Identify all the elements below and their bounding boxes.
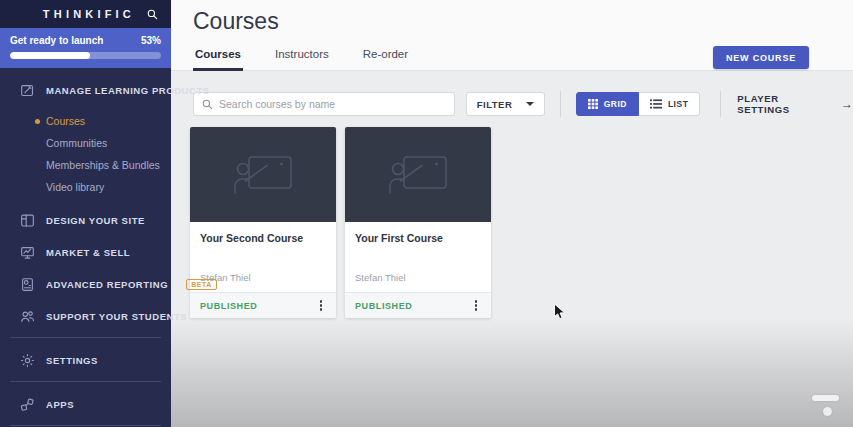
grid-view-button[interactable]: GRID xyxy=(576,92,639,116)
course-thumbnail xyxy=(190,127,336,222)
course-card-footer: PUBLISHED xyxy=(345,292,491,318)
list-icon xyxy=(650,99,662,109)
sidebar-item-memberships-bundles[interactable]: Memberships & Bundles xyxy=(46,154,171,176)
toolbar-divider xyxy=(560,91,561,117)
sidebar-divider xyxy=(10,425,161,426)
filter-button[interactable]: FILTER xyxy=(466,92,545,116)
sidebar-item-label: Communities xyxy=(46,137,107,149)
sidebar-item-label: MARKET & SELL xyxy=(46,247,130,258)
sidebar-item-label: SUPPORT YOUR STUDENTS xyxy=(46,311,187,322)
list-label: LIST xyxy=(668,99,688,109)
toolbar-divider xyxy=(720,91,721,117)
player-settings-label: PLAYER SETTINGS xyxy=(737,93,834,115)
thinkific-admin-app: THINKIFIC Get ready to launch 53% MANAGE… xyxy=(0,0,853,427)
sidebar: THINKIFIC Get ready to launch 53% MANAGE… xyxy=(0,0,171,427)
kebab-menu-icon[interactable] xyxy=(316,297,327,314)
edit-square-icon xyxy=(19,82,35,98)
main-content: Courses Courses Instructors Re-order NEW… xyxy=(171,0,853,427)
page-header: Courses Courses Instructors Re-order NEW… xyxy=(171,0,853,71)
sidebar-item-design-your-site[interactable]: DESIGN YOUR SITE xyxy=(0,204,171,236)
sidebar-item-label: SETTINGS xyxy=(46,355,98,366)
sidebar-divider xyxy=(10,381,161,382)
course-grid: Your Second Course Stefan Thiel PUBLISHE… xyxy=(190,127,491,318)
filter-label: FILTER xyxy=(477,99,513,110)
layout-icon xyxy=(19,212,35,228)
sidebar-item-video-library[interactable]: Video library xyxy=(46,176,171,198)
search-input[interactable] xyxy=(219,93,454,115)
status-badge: PUBLISHED xyxy=(355,301,412,311)
instructor-board-icon xyxy=(387,152,449,198)
sidebar-item-settings[interactable]: SETTINGS xyxy=(0,344,171,376)
instructor-board-icon xyxy=(232,152,294,198)
sidebar-item-market-and-sell[interactable]: MARKET & SELL xyxy=(0,236,171,268)
sidebar-item-label: DESIGN YOUR SITE xyxy=(46,215,145,226)
status-badge: PUBLISHED xyxy=(200,301,257,311)
sidebar-item-advanced-reporting[interactable]: ADVANCED REPORTING BETA xyxy=(0,268,171,300)
course-title: Your Second Course xyxy=(200,232,326,244)
sidebar-item-courses[interactable]: Courses xyxy=(46,110,171,132)
list-view-button[interactable]: LIST xyxy=(639,92,700,116)
sidebar-divider xyxy=(10,337,161,338)
player-dot-control[interactable] xyxy=(823,407,832,416)
sidebar-item-communities[interactable]: Communities xyxy=(46,132,171,154)
beta-badge: BETA xyxy=(186,279,217,290)
active-bullet-icon xyxy=(35,119,40,124)
player-pill-control[interactable] xyxy=(812,395,839,401)
gear-icon xyxy=(19,352,35,368)
sidebar-item-label: ADVANCED REPORTING xyxy=(46,279,168,290)
thinkific-logo: THINKIFIC xyxy=(43,8,135,20)
sidebar-sublist: Courses Communities Memberships & Bundle… xyxy=(0,106,171,198)
launch-percent: 53% xyxy=(141,35,161,46)
player-settings-link[interactable]: PLAYER SETTINGS → xyxy=(737,93,853,115)
chevron-down-icon xyxy=(526,102,534,106)
sidebar-item-label: MANAGE LEARNING PRODUCTS xyxy=(46,85,210,96)
sidebar-item-support-your-students[interactable]: SUPPORT YOUR STUDENTS xyxy=(0,300,171,332)
launch-progress-bar xyxy=(10,52,161,59)
grid-icon xyxy=(588,99,598,109)
search-icon[interactable] xyxy=(147,9,158,20)
arrow-right-icon: → xyxy=(841,98,853,110)
sidebar-item-label: APPS xyxy=(46,399,74,410)
view-toggle: GRID LIST xyxy=(576,92,701,116)
tab-reorder[interactable]: Re-order xyxy=(361,48,410,71)
page-title: Courses xyxy=(193,8,279,35)
kebab-menu-icon[interactable] xyxy=(471,297,482,314)
report-icon xyxy=(19,276,35,292)
sidebar-item-label: Memberships & Bundles xyxy=(46,159,160,171)
launch-label: Get ready to launch xyxy=(10,35,103,46)
course-author: Stefan Thiel xyxy=(355,272,406,283)
course-thumbnail xyxy=(345,127,491,222)
video-vignette xyxy=(171,317,853,427)
people-icon xyxy=(19,308,35,324)
sidebar-item-label: Video library xyxy=(46,181,104,193)
search-icon xyxy=(202,99,213,110)
course-title: Your First Course xyxy=(355,232,481,244)
new-course-button[interactable]: NEW COURSE xyxy=(713,46,809,69)
course-card-body: Your First Course Stefan Thiel xyxy=(345,222,491,292)
course-card-footer: PUBLISHED xyxy=(190,292,336,318)
puzzle-icon xyxy=(19,396,35,412)
tab-instructors[interactable]: Instructors xyxy=(273,48,331,71)
launch-progress-fill xyxy=(10,52,90,59)
sidebar-logo-bar: THINKIFIC xyxy=(0,0,171,28)
course-card[interactable]: Your First Course Stefan Thiel PUBLISHED xyxy=(345,127,491,318)
sidebar-item-manage-learning-products[interactable]: MANAGE LEARNING PRODUCTS xyxy=(0,74,171,106)
sidebar-item-label: Courses xyxy=(46,115,85,127)
tab-bar: Courses Instructors Re-order xyxy=(193,48,410,71)
toolbar: FILTER GRID xyxy=(193,92,853,116)
sidebar-item-apps[interactable]: APPS xyxy=(0,388,171,420)
grid-label: GRID xyxy=(604,99,627,109)
tab-courses[interactable]: Courses xyxy=(193,48,243,71)
sidebar-nav: MANAGE LEARNING PRODUCTS Courses Communi… xyxy=(0,68,171,426)
search-box xyxy=(193,92,455,116)
launch-progress-widget[interactable]: Get ready to launch 53% xyxy=(0,28,171,68)
presentation-chart-icon xyxy=(19,244,35,260)
